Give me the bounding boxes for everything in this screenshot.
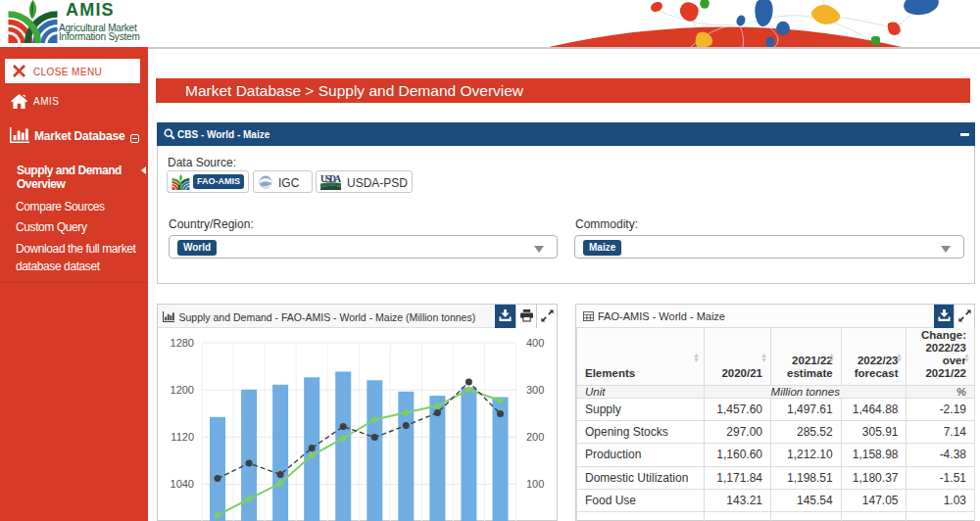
svg-text:1200: 1200 xyxy=(171,384,194,396)
svg-text:1040: 1040 xyxy=(171,478,194,490)
svg-text:1120: 1120 xyxy=(171,431,194,443)
svg-text:1280: 1280 xyxy=(171,337,194,349)
svg-text:200: 200 xyxy=(526,431,544,443)
svg-text:300: 300 xyxy=(526,384,544,396)
svg-text:100: 100 xyxy=(526,478,544,490)
svg-text:400: 400 xyxy=(526,337,544,349)
